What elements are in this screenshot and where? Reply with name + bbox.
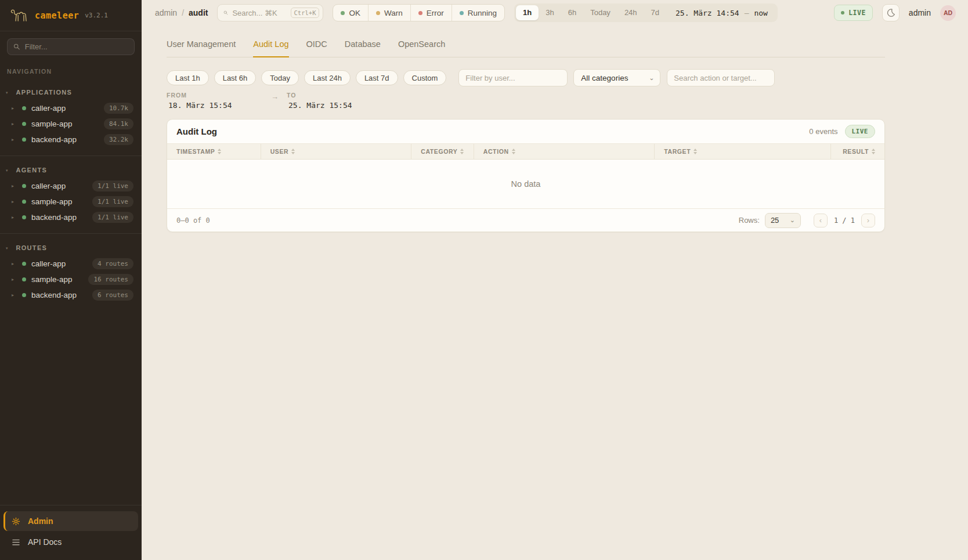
prev-page-button[interactable]: ‹ [814,214,828,227]
column-header-action[interactable]: ACTION [474,144,654,159]
date-from[interactable]: FROM 18. März 15:54 [167,92,271,110]
app-logo[interactable]: cameleer v3.2.1 [0,0,142,31]
count-badge: 84.1k [104,118,133,129]
column-header-target[interactable]: TARGET [654,144,830,159]
quick-range-last-24h[interactable]: Last 24h [304,70,351,85]
sidebar-item-route-caller[interactable]: ▸ caller-app 4 routes [0,256,142,272]
section-header-routes[interactable]: ▾ ROUTES [0,244,142,256]
status-dot-icon [22,200,26,204]
avatar[interactable]: AD [940,5,956,21]
theme-toggle-button[interactable] [882,4,900,21]
sidebar-footer: Admin API Docs [0,505,142,560]
live-badge: 1/1 live [92,180,133,192]
quick-range-last-1h[interactable]: Last 1h [167,70,209,85]
status-dot-icon [22,122,26,126]
tab-opensearch[interactable]: OpenSearch [398,39,445,57]
chevron-down-icon: ▾ [6,168,8,172]
rows-per-page-select[interactable]: 25 ⌄ [765,213,801,228]
sidebar-item-agent-backend[interactable]: ▸ backend-app 1/1 live [0,209,142,225]
date-to[interactable]: TO 25. März 15:54 [287,92,391,110]
nav-section-routes: ▾ ROUTES ▸ caller-app 4 routes ▸ sample-… [0,244,142,303]
column-header-result[interactable]: RESULT [830,144,884,159]
chevron-down-icon: ▾ [6,91,8,95]
action-target-search-input[interactable] [667,69,775,86]
divider [0,233,142,234]
page-content: User Management Audit Log OIDC Database … [142,26,885,232]
ok-dot-icon [341,11,345,15]
column-header-category[interactable]: CATEGORY [411,144,474,159]
routes-badge: 6 routes [92,290,133,301]
status-dot-icon [22,215,26,219]
user-filter-input[interactable] [458,69,568,86]
column-header-user[interactable]: USER [261,144,411,159]
sidebar-item-app-backend[interactable]: ▸ backend-app 32.2k [0,132,142,147]
sort-icon [512,149,515,154]
page-indicator: 1 / 1 [834,216,855,225]
live-status-badge: LIVE [845,125,876,138]
status-filter-running[interactable]: Running [452,5,504,21]
gear-icon [12,517,20,526]
sidebar-item-route-sample[interactable]: ▸ sample-app 16 routes [0,272,142,287]
status-filter-error[interactable]: Error [410,5,452,21]
live-toggle[interactable]: LIVE [834,5,873,21]
global-search: Ctrl+K [217,4,323,21]
time-range-7d[interactable]: 7d [644,5,666,20]
camel-logo-icon [8,7,29,24]
tab-database[interactable]: Database [345,39,381,57]
category-select[interactable]: All categories ⌄ [573,69,660,86]
sidebar-filter-input[interactable] [25,42,128,51]
time-range-1h[interactable]: 1h [516,5,539,20]
status-dot-icon [22,277,26,281]
sidebar-item-app-sample[interactable]: ▸ sample-app 84.1k [0,116,142,132]
section-header-agents[interactable]: ▾ AGENTS [0,167,142,178]
audit-log-card: Audit Log 0 events LIVE TIMESTAMP USER C… [167,119,885,232]
breadcrumb-admin[interactable]: admin [155,8,177,17]
time-range-24h[interactable]: 24h [617,5,644,20]
events-count: 0 events [809,127,837,136]
topbar: admin / audit Ctrl+K OK Warn [142,0,968,26]
tab-audit-log[interactable]: Audit Log [253,39,288,57]
nav-section-applications: ▾ APPLICATIONS ▸ caller-app 10.7k ▸ samp… [0,89,142,156]
sidebar-item-agent-caller[interactable]: ▸ caller-app 1/1 live [0,178,142,194]
sort-icon [872,149,875,154]
column-header-timestamp[interactable]: TIMESTAMP [167,144,261,159]
chevron-down-icon: ⌄ [649,74,654,82]
time-range-3h[interactable]: 3h [539,5,561,20]
status-filter-group: OK Warn Error Running [333,4,505,21]
chevron-right-icon: ▸ [12,121,17,127]
empty-state: No data [167,160,884,208]
quick-range-custom[interactable]: Custom [403,70,447,85]
quick-range-today[interactable]: Today [261,70,299,85]
error-dot-icon [418,11,422,15]
moon-icon [886,8,895,17]
next-page-button[interactable]: › [861,214,875,227]
quick-range-last-6h[interactable]: Last 6h [214,70,257,85]
tab-oidc[interactable]: OIDC [306,39,327,57]
live-badge: 1/1 live [92,196,133,207]
audit-log-card-header: Audit Log 0 events LIVE [167,120,884,144]
sidebar-item-app-caller[interactable]: ▸ caller-app 10.7k [0,100,142,116]
sidebar-item-admin[interactable]: Admin [3,511,138,531]
sidebar-item-api-docs[interactable]: API Docs [3,532,138,552]
time-range-6h[interactable]: 6h [561,5,583,20]
section-header-applications[interactable]: ▾ APPLICATIONS [0,89,142,100]
tab-user-management[interactable]: User Management [167,39,236,57]
time-display: 25. März 14:54 – now [666,9,776,17]
status-dot-icon [22,262,26,266]
sidebar-item-route-backend[interactable]: ▸ backend-app 6 routes [0,287,142,303]
main-area: admin / audit Ctrl+K OK Warn [142,0,968,560]
time-range-today[interactable]: Today [583,5,617,20]
sidebar-item-agent-sample[interactable]: ▸ sample-app 1/1 live [0,194,142,209]
audit-filter-row: Last 1h Last 6h Today Last 24h Last 7d C… [167,69,885,86]
quick-range-last-7d[interactable]: Last 7d [356,70,398,85]
app-name: cameleer [35,10,79,21]
search-icon [13,43,20,50]
breadcrumb-divider: / [182,8,184,17]
global-search-input[interactable] [232,9,286,17]
status-filter-ok[interactable]: OK [333,5,368,21]
status-dot-icon [22,138,26,142]
status-filter-warn[interactable]: Warn [368,5,410,21]
count-badge: 32.2k [104,134,133,145]
sort-icon [460,149,464,154]
routes-badge: 4 routes [92,258,133,269]
